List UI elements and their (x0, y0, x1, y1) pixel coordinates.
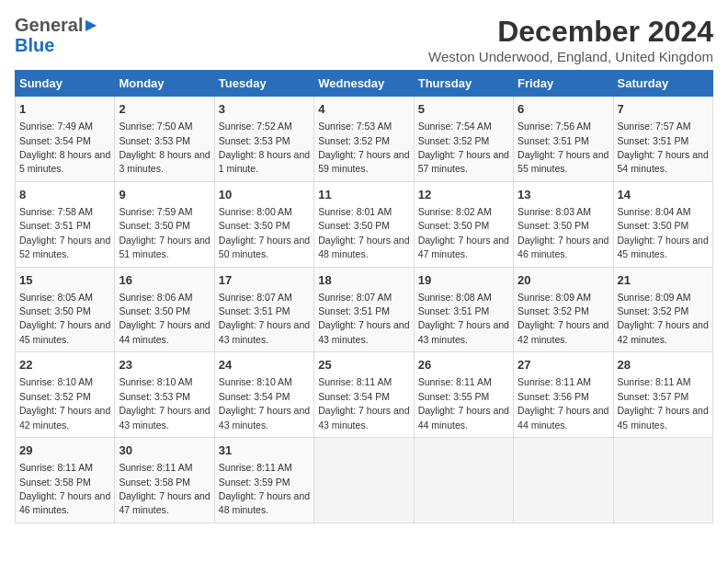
calendar-cell (613, 438, 712, 523)
weekday-wednesday: Wednesday (314, 71, 414, 97)
day-info: Sunrise: 7:56 AMSunset: 3:51 PMDaylight:… (518, 121, 609, 174)
week-row-2: 8Sunrise: 7:58 AMSunset: 3:51 PMDaylight… (16, 181, 713, 267)
day-number: 18 (318, 272, 409, 289)
day-info: Sunrise: 7:58 AMSunset: 3:51 PMDaylight:… (19, 206, 110, 259)
calendar-cell: 2Sunrise: 7:50 AMSunset: 3:53 PMDaylight… (115, 97, 214, 182)
day-number: 24 (219, 357, 310, 373)
day-number: 25 (318, 357, 409, 373)
weekday-thursday: Thursday (414, 71, 513, 97)
day-number: 11 (318, 187, 409, 203)
calendar-cell: 3Sunrise: 7:52 AMSunset: 3:53 PMDaylight… (214, 97, 313, 182)
day-number: 20 (518, 272, 609, 289)
calendar-cell (514, 438, 613, 523)
calendar-cell: 19Sunrise: 8:08 AMSunset: 3:51 PMDayligh… (414, 267, 513, 352)
calendar-cell: 4Sunrise: 7:53 AMSunset: 3:52 PMDaylight… (314, 97, 414, 182)
calendar-cell: 14Sunrise: 8:04 AMSunset: 3:50 PMDayligh… (613, 181, 712, 267)
day-number: 14 (618, 187, 709, 203)
day-info: Sunrise: 7:59 AMSunset: 3:50 PMDaylight:… (119, 206, 210, 259)
day-number: 13 (518, 187, 609, 203)
day-info: Sunrise: 8:08 AMSunset: 3:51 PMDaylight:… (418, 292, 509, 345)
day-info: Sunrise: 8:11 AMSunset: 3:59 PMDaylight:… (219, 462, 310, 515)
day-info: Sunrise: 8:06 AMSunset: 3:50 PMDaylight:… (119, 292, 210, 345)
logo-blue-text: Blue (15, 35, 54, 55)
day-info: Sunrise: 8:11 AMSunset: 3:56 PMDaylight:… (518, 376, 609, 430)
day-number: 7 (618, 101, 709, 118)
calendar-cell: 6Sunrise: 7:56 AMSunset: 3:51 PMDaylight… (514, 97, 613, 182)
day-info: Sunrise: 8:03 AMSunset: 3:50 PMDaylight:… (518, 206, 609, 259)
day-number: 3 (219, 101, 310, 118)
day-number: 9 (119, 187, 210, 203)
calendar-cell: 25Sunrise: 8:11 AMSunset: 3:54 PMDayligh… (314, 352, 414, 438)
calendar-cell: 18Sunrise: 8:07 AMSunset: 3:51 PMDayligh… (314, 267, 414, 352)
logo-general-text: General (15, 15, 83, 35)
day-number: 27 (518, 357, 609, 373)
day-number: 6 (518, 101, 609, 118)
calendar-cell: 10Sunrise: 8:00 AMSunset: 3:50 PMDayligh… (214, 181, 313, 267)
day-info: Sunrise: 8:10 AMSunset: 3:53 PMDaylight:… (119, 376, 210, 430)
weekday-friday: Friday (514, 71, 613, 97)
weekday-tuesday: Tuesday (214, 71, 313, 97)
calendar-table: SundayMondayTuesdayWednesdayThursdayFrid… (15, 70, 713, 523)
weekday-monday: Monday (115, 71, 214, 97)
day-info: Sunrise: 8:11 AMSunset: 3:54 PMDaylight:… (318, 376, 409, 430)
calendar-cell: 21Sunrise: 8:09 AMSunset: 3:52 PMDayligh… (613, 267, 712, 352)
calendar-cell: 27Sunrise: 8:11 AMSunset: 3:56 PMDayligh… (514, 352, 613, 438)
calendar-cell: 26Sunrise: 8:11 AMSunset: 3:55 PMDayligh… (414, 352, 513, 438)
day-number: 31 (219, 442, 310, 459)
calendar-cell: 8Sunrise: 7:58 AMSunset: 3:51 PMDaylight… (16, 181, 115, 267)
day-number: 15 (19, 272, 110, 289)
day-info: Sunrise: 7:53 AMSunset: 3:52 PMDaylight:… (318, 121, 409, 174)
calendar-cell: 15Sunrise: 8:05 AMSunset: 3:50 PMDayligh… (16, 267, 115, 352)
day-info: Sunrise: 7:52 AMSunset: 3:53 PMDaylight:… (219, 121, 310, 174)
weekday-header-row: SundayMondayTuesdayWednesdayThursdayFrid… (16, 71, 713, 97)
day-info: Sunrise: 8:09 AMSunset: 3:52 PMDaylight:… (618, 292, 709, 345)
day-number: 30 (119, 442, 210, 459)
calendar-title: December 2024 (428, 15, 713, 49)
calendar-cell: 7Sunrise: 7:57 AMSunset: 3:51 PMDaylight… (613, 97, 712, 182)
day-number: 17 (219, 272, 310, 289)
day-info: Sunrise: 8:04 AMSunset: 3:50 PMDaylight:… (618, 206, 709, 259)
week-row-5: 29Sunrise: 8:11 AMSunset: 3:58 PMDayligh… (16, 438, 713, 523)
calendar-cell: 9Sunrise: 7:59 AMSunset: 3:50 PMDaylight… (115, 181, 214, 267)
weekday-sunday: Sunday (16, 71, 115, 97)
calendar-cell: 16Sunrise: 8:06 AMSunset: 3:50 PMDayligh… (115, 267, 214, 352)
week-row-1: 1Sunrise: 7:49 AMSunset: 3:54 PMDaylight… (16, 97, 713, 182)
day-number: 23 (119, 357, 210, 373)
title-area: December 2024 Weston Underwood, England,… (428, 15, 713, 64)
day-info: Sunrise: 8:05 AMSunset: 3:50 PMDaylight:… (19, 292, 110, 345)
day-info: Sunrise: 8:01 AMSunset: 3:50 PMDaylight:… (318, 206, 409, 259)
day-info: Sunrise: 8:09 AMSunset: 3:52 PMDaylight:… (518, 292, 609, 345)
week-row-3: 15Sunrise: 8:05 AMSunset: 3:50 PMDayligh… (16, 267, 713, 352)
day-info: Sunrise: 8:10 AMSunset: 3:52 PMDaylight:… (19, 376, 110, 430)
calendar-cell (414, 438, 513, 523)
day-number: 28 (618, 357, 709, 373)
day-number: 21 (618, 272, 709, 289)
logo: General ▶ Blue (15, 15, 97, 55)
day-number: 4 (318, 101, 409, 118)
calendar-cell: 29Sunrise: 8:11 AMSunset: 3:58 PMDayligh… (16, 438, 115, 523)
calendar-cell: 12Sunrise: 8:02 AMSunset: 3:50 PMDayligh… (414, 181, 513, 267)
day-info: Sunrise: 7:57 AMSunset: 3:51 PMDaylight:… (618, 121, 709, 174)
day-number: 5 (418, 101, 509, 118)
calendar-cell: 1Sunrise: 7:49 AMSunset: 3:54 PMDaylight… (16, 97, 115, 182)
day-info: Sunrise: 7:50 AMSunset: 3:53 PMDaylight:… (119, 121, 210, 174)
calendar-cell: 28Sunrise: 8:11 AMSunset: 3:57 PMDayligh… (613, 352, 712, 438)
calendar-cell: 22Sunrise: 8:10 AMSunset: 3:52 PMDayligh… (16, 352, 115, 438)
day-number: 22 (19, 357, 110, 373)
day-info: Sunrise: 8:07 AMSunset: 3:51 PMDaylight:… (219, 292, 310, 345)
day-info: Sunrise: 8:11 AMSunset: 3:57 PMDaylight:… (618, 376, 709, 430)
day-number: 12 (418, 187, 509, 203)
calendar-cell: 31Sunrise: 8:11 AMSunset: 3:59 PMDayligh… (214, 438, 313, 523)
calendar-cell: 5Sunrise: 7:54 AMSunset: 3:52 PMDaylight… (414, 97, 513, 182)
day-number: 1 (19, 101, 110, 118)
day-info: Sunrise: 7:54 AMSunset: 3:52 PMDaylight:… (418, 121, 509, 174)
calendar-cell: 23Sunrise: 8:10 AMSunset: 3:53 PMDayligh… (115, 352, 214, 438)
calendar-body: 1Sunrise: 7:49 AMSunset: 3:54 PMDaylight… (16, 97, 713, 523)
calendar-cell: 11Sunrise: 8:01 AMSunset: 3:50 PMDayligh… (314, 181, 414, 267)
day-info: Sunrise: 8:11 AMSunset: 3:58 PMDaylight:… (19, 462, 110, 515)
day-info: Sunrise: 8:02 AMSunset: 3:50 PMDaylight:… (418, 206, 509, 259)
day-number: 2 (119, 101, 210, 118)
week-row-4: 22Sunrise: 8:10 AMSunset: 3:52 PMDayligh… (16, 352, 713, 438)
day-number: 10 (219, 187, 310, 203)
weekday-saturday: Saturday (613, 71, 712, 97)
